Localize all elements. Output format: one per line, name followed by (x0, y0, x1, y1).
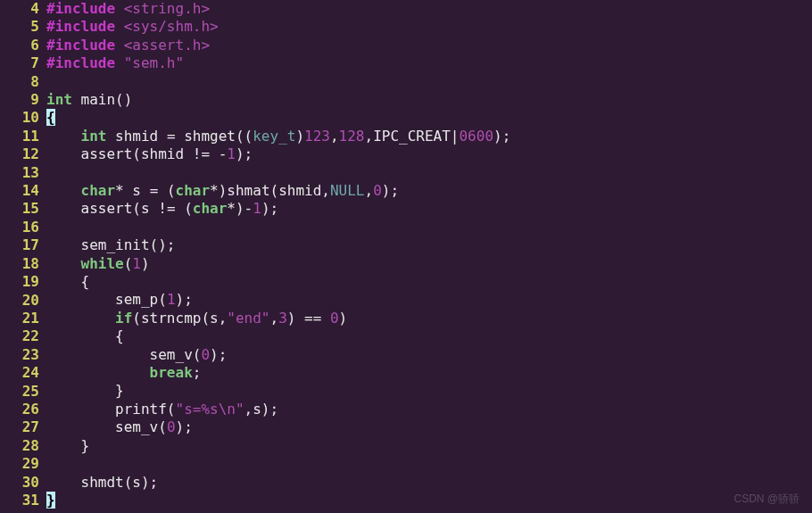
code-token: shmid (141, 145, 184, 162)
line-number: 30 (0, 474, 39, 492)
code-token: 1 (253, 200, 261, 217)
code-token: ( (184, 200, 193, 217)
code-token: 0 (330, 310, 339, 327)
code-token (295, 310, 304, 327)
code-token: (( (236, 128, 253, 145)
code-token: "end" (227, 310, 269, 327)
code-token: <assert.h> (124, 37, 210, 54)
code-token: , (321, 182, 330, 199)
code-token (72, 91, 81, 108)
code-token (46, 327, 115, 344)
code-token (321, 310, 330, 327)
code-line: { (46, 273, 812, 291)
code-token (115, 0, 124, 17)
code-token: ); (261, 200, 278, 217)
code-line: #include <sys/shm.h> (46, 18, 812, 36)
code-token (46, 273, 81, 290)
code-token: 3 (278, 310, 287, 327)
code-token: "s=%s\n" (176, 401, 244, 418)
code-token: ( (124, 255, 133, 272)
line-number: 6 (0, 37, 39, 54)
code-token (210, 145, 219, 162)
code-line: sem_init(); (46, 236, 812, 254)
code-token: sem_p (115, 291, 158, 308)
code-token (46, 128, 81, 145)
line-number: 29 (0, 455, 39, 473)
code-token (158, 182, 167, 199)
code-token: main (81, 91, 116, 108)
code-token: , (270, 310, 279, 327)
code-token: s (132, 182, 141, 199)
code-token (46, 418, 115, 435)
line-number: 4 (0, 0, 39, 18)
code-token: ); (493, 128, 510, 145)
code-token: 0 (167, 418, 176, 435)
code-token: s (210, 310, 219, 327)
code-token (176, 128, 185, 145)
code-token: ( (201, 310, 210, 327)
code-token (115, 54, 124, 71)
line-number: 25 (0, 383, 39, 401)
line-number: 13 (0, 164, 39, 182)
watermark: CSDN @骄骄 (733, 471, 800, 508)
code-token: shmid (115, 128, 158, 145)
code-token: printf (115, 401, 167, 418)
code-line: #include <assert.h> (46, 37, 812, 54)
code-token (46, 401, 115, 418)
line-number: 19 (0, 273, 39, 291)
code-token (46, 310, 115, 327)
line-number: 21 (0, 310, 39, 327)
code-token: #include (46, 54, 115, 71)
code-line: break; (46, 364, 812, 382)
code-token: ( (124, 474, 133, 491)
code-line: if(strncmp(s,"end",3) == 0) (46, 310, 812, 327)
code-line (46, 164, 812, 182)
code-token: shmat (227, 182, 269, 199)
code-token: s (253, 401, 261, 418)
code-token: assert (81, 145, 133, 162)
code-line: } (46, 492, 812, 509)
code-line: char* s = (char*)shmat(shmid,NULL,0); (46, 182, 812, 200)
line-number-gutter: 4567891011121314151617181920212223242526… (0, 0, 46, 509)
code-token: ); (382, 182, 399, 199)
code-token: "sem.h" (124, 54, 184, 71)
line-number: 20 (0, 292, 39, 310)
code-token (46, 364, 150, 381)
code-token: } (81, 437, 90, 454)
watermark-csdn: CSDN @骄骄 (733, 492, 800, 505)
code-token: ); (176, 418, 193, 435)
code-token: int (46, 91, 72, 108)
code-token: ); (210, 346, 227, 363)
code-line (46, 455, 812, 473)
code-token (150, 200, 159, 217)
code-token: (); (150, 236, 176, 253)
code-line: shmdt(s); (46, 474, 812, 492)
code-token: while (81, 255, 124, 272)
code-token: ) (141, 255, 150, 272)
code-token: != (158, 200, 175, 217)
code-token: sem_v (115, 418, 158, 435)
line-number: 28 (0, 437, 39, 455)
code-token: IPC_CREAT (373, 128, 451, 145)
code-line: int shmid = shmget((key_t)123,128,IPC_CR… (46, 128, 812, 145)
code-token: ( (132, 145, 141, 162)
code-token: sem_init (81, 236, 150, 253)
code-line: assert(shmid != -1); (46, 145, 812, 163)
code-token: } (115, 382, 124, 399)
code-token (115, 18, 124, 35)
line-number: 15 (0, 200, 39, 218)
line-number: 14 (0, 182, 39, 200)
line-number: 26 (0, 401, 39, 418)
line-number: 9 (0, 91, 39, 109)
code-token: s (141, 200, 150, 217)
code-token: ( (132, 200, 141, 217)
code-token (115, 37, 124, 54)
code-token (46, 291, 115, 308)
code-token: <string.h> (124, 0, 210, 17)
code-token: } (46, 492, 55, 509)
code-line: } (46, 382, 812, 400)
code-token: 123 (304, 128, 330, 145)
code-token: , (330, 128, 339, 145)
code-token: if (115, 310, 132, 327)
code-token: , (219, 310, 228, 327)
